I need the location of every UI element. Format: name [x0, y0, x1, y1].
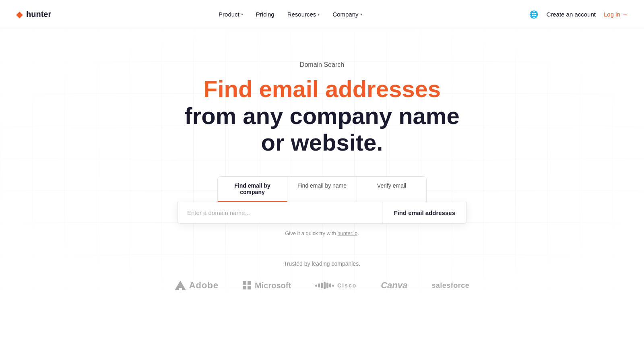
search-container: Find email addresses	[177, 202, 467, 224]
trusted-section: Trusted by leading companies. Adobe Micr…	[0, 236, 644, 291]
nav-right: 🌐 Create an account Log in →	[529, 10, 628, 19]
nav-links: Product ▾ Pricing Resources ▾ Company ▾	[219, 11, 362, 18]
logo-microsoft: Microsoft	[243, 281, 291, 290]
canva-text: Canva	[381, 280, 407, 291]
trusted-label: Trusted by leading companies.	[284, 260, 360, 267]
logo-cisco: Cisco	[315, 282, 357, 289]
logo[interactable]: ◆ hunter	[16, 9, 51, 20]
adobe-icon	[175, 280, 186, 291]
domain-search-input[interactable]	[178, 202, 382, 223]
hero-label: Domain Search	[300, 61, 344, 68]
login-link[interactable]: Log in →	[604, 11, 628, 18]
tab-find-by-company[interactable]: Find email by company	[218, 177, 287, 202]
microsoft-text: Microsoft	[255, 281, 291, 290]
nav-product[interactable]: Product ▾	[219, 11, 243, 18]
tab-find-by-name[interactable]: Find email by name	[287, 177, 357, 202]
hero-content: Domain Search Find email addresses from …	[0, 61, 644, 236]
resources-chevron-icon: ▾	[318, 12, 320, 17]
hero-headline-dark: from any company name or website.	[184, 103, 459, 156]
microsoft-icon	[243, 281, 252, 290]
logo-salesforce: salesforce	[431, 281, 469, 290]
trusted-logos: Adobe Microsoft	[175, 280, 470, 291]
nav-pricing[interactable]: Pricing	[256, 11, 275, 18]
quick-try-link[interactable]: hunter.io	[337, 230, 357, 236]
logo-text: hunter	[26, 10, 51, 19]
company-chevron-icon: ▾	[360, 12, 362, 17]
navigation: ◆ hunter Product ▾ Pricing Resources ▾ C…	[0, 0, 644, 29]
product-chevron-icon: ▾	[241, 12, 243, 17]
hero-headline-orange: Find email addresses	[203, 76, 441, 102]
search-button[interactable]: Find email addresses	[382, 202, 466, 223]
create-account-link[interactable]: Create an account	[546, 11, 596, 18]
salesforce-text: salesforce	[431, 281, 469, 290]
tab-verify-email[interactable]: Verify email	[357, 177, 426, 202]
adobe-text: Adobe	[189, 280, 219, 291]
globe-icon[interactable]: 🌐	[529, 10, 538, 19]
quick-try-text: Give it a quick try with hunter.io.	[285, 230, 359, 236]
hero-section: Domain Search Find email addresses from …	[0, 29, 644, 295]
cisco-text: Cisco	[337, 282, 357, 289]
nav-resources[interactable]: Resources ▾	[287, 11, 320, 18]
logo-adobe: Adobe	[175, 280, 219, 291]
logo-icon: ◆	[16, 9, 23, 20]
search-tabs: Find email by company Find email by name…	[217, 176, 427, 202]
cisco-icon	[315, 282, 334, 289]
nav-company[interactable]: Company ▾	[332, 11, 362, 18]
hero-headline: Find email addresses from any company na…	[177, 76, 467, 156]
logo-canva: Canva	[381, 280, 407, 291]
